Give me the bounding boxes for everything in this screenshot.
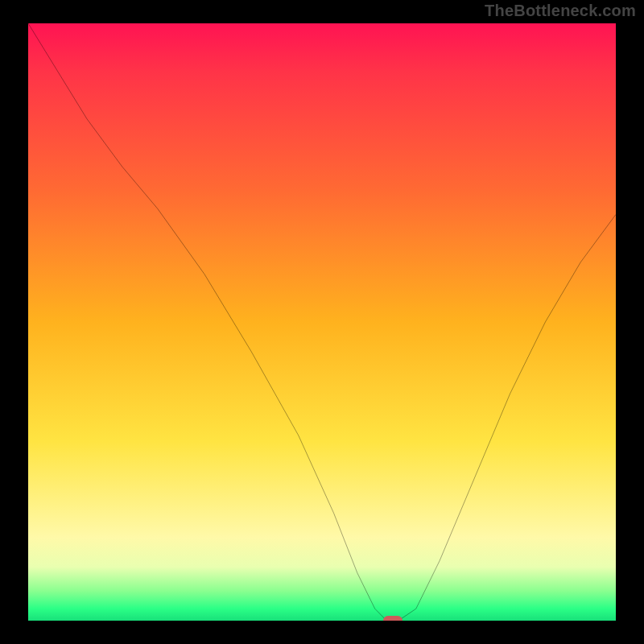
chart-frame: TheBottleneck.com — [0, 0, 644, 644]
bottleneck-curve — [28, 23, 616, 621]
plot-area — [28, 23, 616, 621]
optimal-marker — [383, 616, 402, 621]
watermark-text: TheBottleneck.com — [485, 2, 636, 20]
